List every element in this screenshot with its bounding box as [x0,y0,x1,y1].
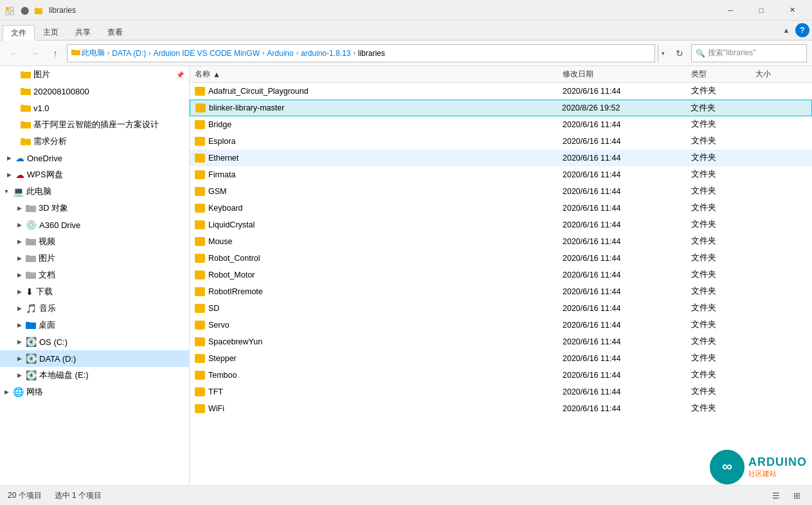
breadcrumb-version[interactable]: arduino-1.8.13 [301,49,350,58]
minimize-button[interactable]: ─ [716,0,745,21]
sidebar-item-202008100800[interactable]: 202008100800 [0,83,189,100]
sidebar-item-music[interactable]: ▶ 🎵 音乐 [0,300,189,317]
svg-rect-0 [6,7,9,10]
file-type-cell: 文件夹 [691,286,755,297]
file-name-cell: Keyboard [195,204,563,213]
file-type: 文件夹 [691,303,716,314]
col-header-date[interactable]: 修改日期 [563,69,691,80]
col-header-size[interactable]: 大小 [755,69,807,80]
file-type-cell: 文件夹 [691,169,755,180]
sidebar-item-docs[interactable]: ▶ 文档 [0,267,189,283]
file-name: RobotIRremote [208,287,263,296]
ribbon-tabs: 文件 主页 共享 查看 ▲ ? [0,21,812,40]
refresh-button[interactable]: ↻ [671,44,689,62]
folder-color-icon[interactable] [33,5,44,15]
sidebar-item-3d[interactable]: ▶ 3D 对象 [0,200,189,217]
file-name-cell: Adafruit_Circuit_Playground [195,87,563,96]
table-row[interactable]: Robot_Motor 2020/6/16 11:44 文件夹 [190,267,812,283]
drive-icon: 💿 [26,220,37,230]
sidebar-item-aliyun[interactable]: 基于阿里云智能的插座一方案设计 [0,116,189,133]
file-type-cell: 文件夹 [691,319,755,330]
table-row[interactable]: Ethernet 2020/6/16 11:44 文件夹 [190,150,812,166]
file-date: 2020/6/16 11:44 [563,287,620,296]
table-row[interactable]: Robot_Control 2020/6/16 11:44 文件夹 [190,250,812,267]
file-type: 文件夹 [691,353,716,364]
tab-view[interactable]: 查看 [99,24,131,40]
tab-home[interactable]: 主页 [35,24,67,40]
breadcrumb-data-d[interactable]: DATA (D:) [112,49,146,58]
sidebar-item-images[interactable]: ▶ 图片 [0,250,189,267]
detail-view-button[interactable]: ⊞ [789,488,804,504]
tab-file[interactable]: 文件 [3,25,35,40]
sidebar-item-video[interactable]: ▶ 视频 [0,233,189,250]
table-row[interactable]: SD 2020/6/16 11:44 文件夹 [190,300,812,317]
breadcrumb-dropdown-button[interactable]: ▾ [658,44,668,62]
col-type-label: 类型 [691,69,707,80]
folder-icon [195,304,205,313]
arduino-logo-icon: ∞ [710,450,744,484]
file-type: 文件夹 [691,269,716,280]
ribbon-collapse-icon[interactable]: ▲ [780,24,793,37]
search-box[interactable]: 🔍 搜索"libraries" [691,44,807,62]
table-row[interactable]: LiquidCrystal 2020/6/16 11:44 文件夹 [190,217,812,233]
expand-icon: ▶ [15,204,23,212]
table-row[interactable]: Servo 2020/6/16 11:44 文件夹 [190,317,812,333]
arduino-brand-label: ARDUINO [748,456,807,469]
file-name: WiFi [208,404,224,413]
sidebar-item-this-pc[interactable]: ▼ 💻 此电脑 [0,183,189,200]
sidebar-label: 文档 [39,269,55,281]
help-button[interactable]: ? [795,23,809,37]
system-menu-icon[interactable] [5,5,15,15]
table-row[interactable]: Keyboard 2020/6/16 11:44 文件夹 [190,200,812,217]
sidebar-item-wps[interactable]: ▶ ☁ WPS网盘 [0,166,189,183]
expand-icon [10,121,18,128]
list-view-button[interactable]: ☰ [768,488,784,504]
arduino-chinese-label: 社区建站 [748,469,777,479]
tab-share[interactable]: 共享 [67,24,99,40]
file-date-cell: 2020/6/16 11:44 [563,120,691,129]
file-type: 文件夹 [691,403,716,414]
breadcrumb-arduino[interactable]: Arduino [267,49,293,58]
sidebar-item-network[interactable]: ▶ 🌐 网络 [0,384,189,400]
breadcrumb-pc[interactable]: 此电脑 [82,48,105,58]
col-header-name[interactable]: 名称 ▲ [195,69,563,80]
table-row[interactable]: Stepper 2020/6/16 11:44 文件夹 [190,350,812,367]
table-row[interactable]: Temboo 2020/6/16 11:44 文件夹 [190,367,812,384]
table-row[interactable]: Mouse 2020/6/16 11:44 文件夹 [190,233,812,250]
table-row[interactable]: Firmata 2020/6/16 11:44 文件夹 [190,166,812,183]
sidebar-item-onedrive[interactable]: ▶ ☁ OneDrive [0,150,189,166]
file-type-cell: 文件夹 [691,303,755,314]
table-row[interactable]: TFT 2020/6/16 11:44 文件夹 [190,384,812,400]
table-row[interactable]: GSM 2020/6/16 11:44 文件夹 [190,183,812,200]
expand-icon: ▶ [3,388,10,396]
close-button[interactable]: ✕ [777,0,807,21]
file-name: SpacebrewYun [208,337,262,346]
sidebar-item-requirement[interactable]: 需求分析 [0,133,189,150]
quick-access-icon[interactable]: ⬤ [19,5,30,15]
sidebar-item-local-e[interactable]: ▶ 💽 本地磁盘 (E:) [0,367,189,384]
sidebar-item-v1[interactable]: v1.0 [0,100,189,116]
sidebar-item-os-c[interactable]: ▶ 💽 OS (C:) [0,333,189,350]
table-row[interactable]: RobotIRremote 2020/6/16 11:44 文件夹 [190,283,812,300]
back-button[interactable]: ← [5,44,23,62]
table-row[interactable]: blinker-library-master 2020/8/26 19:52 文… [190,100,812,116]
col-header-type[interactable]: 类型 [691,69,755,80]
table-row[interactable]: Bridge 2020/6/16 11:44 文件夹 [190,116,812,133]
sidebar-item-a360[interactable]: ▶ 💿 A360 Drive [0,217,189,233]
up-button[interactable]: ↑ [46,44,64,62]
file-date-cell: 2020/6/16 11:44 [563,154,691,163]
sidebar-item-pictures-quick[interactable]: 图片 📌 [0,66,189,83]
forward-button[interactable]: → [26,44,44,62]
svg-rect-1 [10,7,14,10]
sidebar-item-data-d[interactable]: ▶ 💽 DATA (D:) [0,350,189,367]
table-row[interactable]: Adafruit_Circuit_Playground 2020/6/16 11… [190,83,812,100]
table-row[interactable]: Esplora 2020/6/16 11:44 文件夹 [190,133,812,150]
maximize-button[interactable]: □ [746,0,776,21]
file-type: 文件夹 [691,253,716,263]
expand-icon: ▶ [5,171,13,179]
sidebar-item-downloads[interactable]: ▶ ⬇ 下载 [0,283,189,300]
breadcrumb-arduion-ide[interactable]: Arduion IDE VS CODE MinGW [154,49,260,58]
table-row[interactable]: SpacebrewYun 2020/6/16 11:44 文件夹 [190,333,812,350]
table-row[interactable]: WiFi 2020/6/16 11:44 文件夹 [190,400,812,417]
sidebar-item-desktop[interactable]: ▶ 桌面 [0,317,189,333]
